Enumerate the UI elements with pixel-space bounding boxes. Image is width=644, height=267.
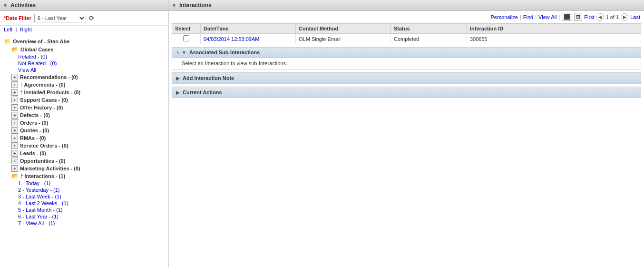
right-panel: ▼ Interactions Personalize | Find | View… xyxy=(169,0,644,267)
sub-interactions-message: Select an Interaction to view sub-Intera… xyxy=(182,60,287,66)
col-select: Select xyxy=(172,24,201,34)
first-nav-link[interactable]: First xyxy=(584,14,594,20)
interactions-tree-item: 📂 † Interactions - (1) xyxy=(0,172,168,180)
current-actions-section[interactable]: ▶ Current Actions xyxy=(172,87,641,98)
not-related-anchor[interactable]: Not Related - (0) xyxy=(18,60,57,66)
left-panel: ▼ Activities *Date Filter 1 - Today 2 - … xyxy=(0,0,169,267)
interactions-yesterday-link[interactable]: 2 - Yesterday - (1) xyxy=(0,187,168,193)
installed-products-label: Installed Products - (0) xyxy=(24,89,81,95)
installed-products-item: + † Installed Products - (0) xyxy=(0,89,168,96)
interactions-table-wrapper: Select Date/Time Contact Method Status I… xyxy=(172,23,641,44)
rmas-expander[interactable]: + xyxy=(11,135,18,141)
recommendations-expander[interactable]: + xyxy=(11,74,18,80)
related-link[interactable]: Related - (0) xyxy=(0,53,168,60)
marketing-activities-expander[interactable]: + xyxy=(11,165,18,172)
row-datetime-link[interactable]: 04/03/2014 12:53:09AM xyxy=(204,36,259,42)
agreements-expander[interactable]: + xyxy=(11,81,18,88)
row-contact-method: OLM Single Email xyxy=(299,36,341,42)
row-checkbox[interactable] xyxy=(183,35,189,41)
date-filter-label: *Date Filter xyxy=(4,15,31,21)
last-nav-link[interactable]: Last xyxy=(630,14,640,20)
sub-interactions-section: ↳ ▼ Associated Sub-Interactions Select a… xyxy=(172,47,641,69)
offer-history-expander[interactable]: + xyxy=(11,104,18,111)
leads-expander[interactable]: + xyxy=(11,150,18,157)
row-datetime-cell: 04/03/2014 12:53:09AM xyxy=(201,34,296,44)
date-filter-select[interactable]: 1 - Today 2 - Yesterday 3 - Last Week 4 … xyxy=(34,14,86,22)
support-cases-label: Support Cases - (0) xyxy=(20,97,68,103)
marketing-activities-label: Marketing Activities - (0) xyxy=(20,166,80,171)
row-contact-method-cell: OLM Single Email xyxy=(296,34,391,44)
opportunities-item: + Opportunities - (0) xyxy=(0,157,168,165)
add-interaction-note-label: Add Interaction Note xyxy=(183,75,234,81)
find-link[interactable]: Find xyxy=(523,14,533,20)
tree-section: 📁 Overview of - Stan Abe 📂 Global Cases … xyxy=(0,35,168,228)
interactions-last-week-anchor[interactable]: 3 - Last Week - (1) xyxy=(18,194,61,199)
service-orders-item: + Service Orders - (0) xyxy=(0,142,168,149)
interactions-today-anchor[interactable]: 1 - Today - (1) xyxy=(18,180,50,186)
orders-expander[interactable]: + xyxy=(11,119,18,126)
orders-label: Orders - (0) xyxy=(20,120,48,126)
quotes-item: + Quotes - (0) xyxy=(0,127,168,134)
support-cases-item: + Support Cases - (0) xyxy=(0,96,168,104)
opportunities-expander[interactable]: + xyxy=(11,158,18,164)
interactions-panel-header: ▼ Interactions xyxy=(169,0,644,11)
sub-interactions-body: Select an Interaction to view sub-Intera… xyxy=(172,58,641,69)
view-all-link[interactable]: View All xyxy=(538,14,556,20)
sub-indent-icon: ↳ xyxy=(176,50,180,55)
recommendations-item: + Recommendations - (0) xyxy=(0,73,168,81)
col-interaction-id: Interaction ID xyxy=(467,24,641,34)
col-status: Status xyxy=(391,24,467,34)
left-link[interactable]: Left xyxy=(4,27,12,32)
sub-interactions-triangle: ▼ xyxy=(182,50,186,55)
rmas-item: + RMAs - (0) xyxy=(0,134,168,142)
overview-item: 📁 Overview of - Stan Abe xyxy=(0,37,168,46)
table-row: 04/03/2014 12:53:09AM OLM Single Email C… xyxy=(172,34,641,44)
interactions-yesterday-anchor[interactable]: 2 - Yesterday - (1) xyxy=(18,187,59,193)
prev-nav-button[interactable]: ◀ xyxy=(596,13,604,21)
interactions-folder-icon: 📂 xyxy=(11,173,19,179)
sep1: | xyxy=(520,14,521,20)
sep2: | xyxy=(535,14,537,20)
refresh-icon[interactable]: ⟳ xyxy=(89,14,95,22)
add-interaction-note-header[interactable]: ▶ Add Interaction Note xyxy=(172,73,641,83)
personalize-link[interactable]: Personalize xyxy=(490,14,517,20)
support-cases-expander[interactable]: + xyxy=(11,97,18,103)
interactions-today-link[interactable]: 1 - Today - (1) xyxy=(0,180,168,187)
interactions-last-2-weeks-anchor[interactable]: 4 - Last 2 Weeks - (1) xyxy=(18,200,68,206)
related-anchor[interactable]: Related - (0) xyxy=(18,54,47,59)
overview-folder-icon: 📁 xyxy=(4,38,11,45)
defects-expander[interactable]: + xyxy=(11,112,18,119)
interactions-last-year-anchor[interactable]: 6 - Last Year - (1) xyxy=(18,214,59,219)
next-nav-button[interactable]: ▶ xyxy=(621,13,628,21)
right-link[interactable]: Right xyxy=(20,27,32,32)
defects-item: + Defects - (0) xyxy=(0,111,168,119)
installed-products-expander[interactable]: + xyxy=(11,89,18,96)
interactions-last-month-link[interactable]: 5 - Last Month - (1) xyxy=(0,207,168,213)
pagination-text: 1 of 1 xyxy=(606,14,619,20)
current-actions-header[interactable]: ▶ Current Actions xyxy=(172,87,641,98)
grid-icon-button[interactable]: ⊞ xyxy=(574,13,582,21)
interactions-tree-label: Interactions - (1) xyxy=(25,173,66,179)
agreements-label: Agreements - (0) xyxy=(24,82,66,88)
activities-header: ▼ Activities xyxy=(0,0,168,11)
add-interaction-note-section[interactable]: ▶ Add Interaction Note xyxy=(172,72,641,84)
export-icon-button[interactable]: ⬛ xyxy=(562,13,572,21)
not-related-link[interactable]: Not Related - (0) xyxy=(0,60,168,67)
agreements-item: + † Agreements - (0) xyxy=(0,81,168,89)
current-actions-label: Current Actions xyxy=(183,89,222,95)
leads-item: + Leads - (0) xyxy=(0,149,168,157)
service-orders-expander[interactable]: + xyxy=(11,142,18,149)
interactions-last-2-weeks-link[interactable]: 4 - Last 2 Weeks - (1) xyxy=(0,200,168,207)
interactions-view-all-anchor[interactable]: 7 - View All - (1) xyxy=(18,220,55,226)
interactions-last-week-link[interactable]: 3 - Last Week - (1) xyxy=(0,193,168,200)
nav-controls: First ◀ 1 of 1 ▶ Last xyxy=(584,13,640,21)
quotes-expander[interactable]: + xyxy=(11,127,18,134)
interactions-toolbar: Personalize | Find | View All | ⬛ ⊞ Firs… xyxy=(169,11,644,23)
offer-history-item: + Offer History - (0) xyxy=(0,104,168,111)
interactions-last-month-anchor[interactable]: 5 - Last Month - (1) xyxy=(18,207,63,213)
interactions-view-all-link[interactable]: 7 - View All - (1) xyxy=(0,220,168,227)
view-all-anchor[interactable]: View All xyxy=(18,67,36,73)
quotes-label: Quotes - (0) xyxy=(20,128,49,133)
view-all-link[interactable]: View All xyxy=(0,67,168,73)
interactions-last-year-link[interactable]: 6 - Last Year - (1) xyxy=(0,213,168,220)
